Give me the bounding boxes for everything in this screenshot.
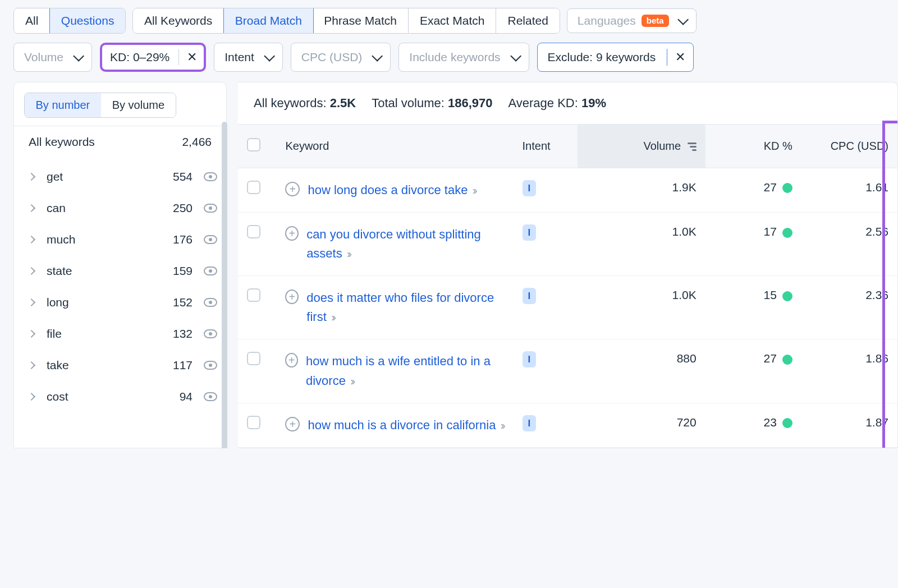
- summary-average-kd: Average KD: 19%: [508, 96, 606, 111]
- keyword-link[interactable]: how much is a divorce in california ››: [308, 416, 503, 435]
- filter-row: Volume KD: 0–29% ✕ Intent CPC (USD) Incl…: [0, 39, 898, 82]
- tab-questions[interactable]: Questions: [49, 8, 126, 34]
- sidebar-all-keywords[interactable]: All keywords 2,466: [14, 126, 226, 158]
- col-checkbox: [238, 125, 276, 168]
- keywords-table: Keyword Intent Volume KD % CPC (USD) +ho…: [238, 124, 897, 448]
- tab-related[interactable]: Related: [496, 8, 559, 33]
- expand-icon[interactable]: +: [285, 226, 299, 241]
- toggle-by-number[interactable]: By number: [24, 93, 102, 118]
- sidebar-toggle: By number By volume: [24, 93, 176, 118]
- expand-icon[interactable]: +: [285, 290, 299, 304]
- chevron-right-icon: [28, 298, 35, 306]
- keyword-link[interactable]: can you divorce without splitting assets…: [306, 225, 504, 263]
- sidebar-item-file[interactable]: file132: [25, 318, 221, 350]
- chevron-down-icon: [264, 50, 275, 62]
- expand-icon[interactable]: +: [285, 182, 300, 196]
- beta-badge: beta: [642, 15, 669, 27]
- sidebar-item-count: 554: [173, 170, 193, 183]
- filter-cpc[interactable]: CPC (USD): [291, 43, 391, 72]
- tab-exact-match[interactable]: Exact Match: [409, 8, 497, 33]
- chevron-double-right-icon: ››: [501, 419, 503, 431]
- filter-include-label: Include keywords: [409, 50, 500, 64]
- sidebar-item-long[interactable]: long152: [25, 287, 221, 318]
- row-checkbox[interactable]: [247, 352, 260, 365]
- eye-icon[interactable]: [204, 329, 217, 338]
- sidebar-item-term: take: [47, 359, 166, 372]
- tab-phrase-match[interactable]: Phrase Match: [313, 8, 409, 33]
- sidebar-item-term: get: [47, 170, 166, 183]
- col-intent[interactable]: Intent: [514, 125, 578, 168]
- summary-total-volume: Total volume: 186,970: [372, 96, 492, 111]
- table-row: +how much is a divorce in california ››I…: [238, 403, 897, 447]
- keyword-link[interactable]: does it matter who files for divorce fir…: [306, 288, 504, 327]
- intent-badge: I: [523, 180, 537, 196]
- eye-icon[interactable]: [204, 235, 217, 244]
- filter-kd-label: KD: 0–29%: [110, 50, 169, 64]
- sort-desc-icon: [688, 143, 697, 151]
- cell-cpc: 1.87: [801, 403, 897, 447]
- filter-kd-active[interactable]: KD: 0–29% ✕: [100, 43, 206, 72]
- row-checkbox[interactable]: [247, 181, 260, 194]
- keyword-link[interactable]: how long does a divorce take ››: [308, 181, 475, 200]
- filter-cpc-label: CPC (USD): [301, 50, 363, 64]
- sidebar-item-state[interactable]: state159: [25, 255, 221, 287]
- sidebar-item-can[interactable]: can250: [25, 192, 221, 224]
- chevron-right-icon: [28, 173, 35, 181]
- toggle-by-volume[interactable]: By volume: [101, 93, 176, 117]
- chevron-double-right-icon: ››: [473, 184, 475, 196]
- difficulty-dot-icon: [782, 291, 792, 301]
- filter-intent[interactable]: Intent: [214, 43, 283, 72]
- intent-badge: I: [523, 288, 537, 304]
- col-volume[interactable]: Volume: [578, 125, 705, 168]
- eye-icon[interactable]: [204, 392, 217, 401]
- filter-exclude-active[interactable]: Exclude: 9 keywords ✕: [537, 43, 694, 72]
- match-tabs: All Keywords Broad Match Phrase Match Ex…: [132, 8, 560, 34]
- sidebar-item-take[interactable]: take117: [25, 350, 221, 381]
- cell-cpc: 1.61: [801, 168, 897, 213]
- sidebar-item-count: 132: [173, 327, 193, 341]
- sidebar-item-term: can: [47, 201, 166, 215]
- languages-dropdown[interactable]: Languages beta: [567, 8, 697, 33]
- chevron-double-right-icon: ››: [347, 247, 350, 260]
- cell-kd: 23: [705, 403, 801, 447]
- sidebar-item-much[interactable]: much176: [25, 224, 221, 255]
- eye-icon[interactable]: [204, 267, 217, 275]
- sidebar-item-count: 152: [173, 296, 193, 309]
- eye-icon[interactable]: [204, 172, 217, 181]
- select-all-checkbox[interactable]: [247, 138, 260, 151]
- sidebar-all-label: All keywords: [29, 135, 95, 149]
- scrollbar[interactable]: [222, 122, 227, 448]
- intent-badge: I: [523, 351, 537, 368]
- expand-icon[interactable]: +: [285, 353, 298, 368]
- row-checkbox[interactable]: [247, 416, 260, 429]
- sidebar-item-count: 176: [173, 233, 193, 246]
- sidebar-item-cost[interactable]: cost94: [25, 381, 221, 412]
- difficulty-dot-icon: [782, 355, 792, 365]
- eye-icon[interactable]: [204, 361, 217, 370]
- tab-all[interactable]: All: [14, 8, 50, 33]
- close-icon[interactable]: ✕: [675, 51, 685, 63]
- chevron-double-right-icon: ››: [331, 311, 334, 323]
- chevron-down-icon: [677, 14, 689, 25]
- expand-icon[interactable]: +: [285, 417, 300, 431]
- sidebar-item-get[interactable]: get554: [25, 161, 221, 192]
- eye-icon[interactable]: [204, 204, 217, 213]
- row-checkbox[interactable]: [247, 288, 260, 302]
- col-keyword[interactable]: Keyword: [276, 125, 513, 168]
- keyword-link[interactable]: how much is a wife entitled to in a divo…: [306, 352, 505, 390]
- eye-icon[interactable]: [204, 298, 217, 307]
- summary-all-keywords: All keywords: 2.5K: [254, 96, 356, 111]
- tab-broad-match[interactable]: Broad Match: [223, 8, 314, 34]
- row-checkbox[interactable]: [247, 225, 260, 238]
- col-kd[interactable]: KD %: [705, 125, 801, 168]
- main-panel: All keywords: 2.5K Total volume: 186,970…: [238, 82, 898, 448]
- filter-include[interactable]: Include keywords: [398, 43, 529, 72]
- tab-all-keywords[interactable]: All Keywords: [133, 8, 224, 33]
- cell-volume: 880: [578, 339, 705, 403]
- filter-volume[interactable]: Volume: [13, 43, 92, 72]
- close-icon[interactable]: ✕: [187, 51, 197, 63]
- col-cpc[interactable]: CPC (USD): [801, 125, 897, 168]
- cell-kd: 27: [705, 168, 801, 213]
- chevron-right-icon: [28, 330, 35, 338]
- sidebar-item-count: 117: [173, 359, 193, 372]
